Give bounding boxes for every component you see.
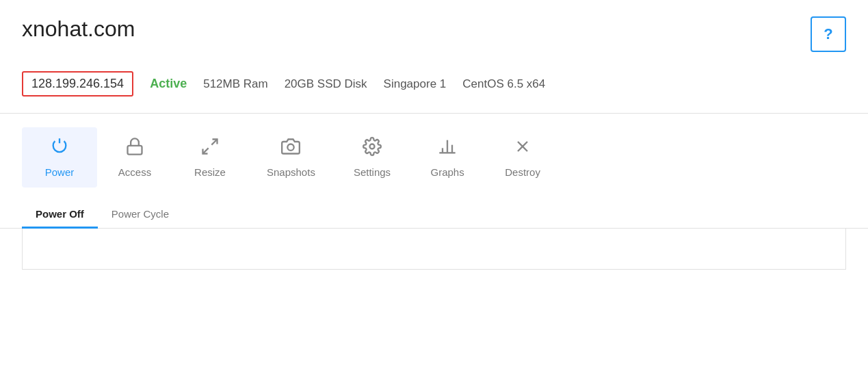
power-label: Power (45, 166, 75, 178)
destroy-label: Destroy (505, 166, 540, 178)
help-button[interactable]: ? (811, 16, 846, 52)
nav-tab-settings[interactable]: Settings (334, 127, 410, 188)
svg-line-1 (211, 140, 217, 145)
nav-tabs: PowerAccessResizeSnapshotsSettingsGraphs… (0, 119, 868, 188)
page-title: xnohat.com (22, 16, 135, 42)
region-info: Singapore 1 (384, 77, 447, 91)
nav-tab-power[interactable]: Power (22, 127, 97, 188)
os-info: CentOS 6.5 x64 (462, 77, 545, 91)
svg-line-2 (203, 148, 209, 153)
nav-tab-graphs[interactable]: Graphs (410, 127, 485, 188)
svg-rect-0 (128, 146, 142, 155)
subtab-power-off[interactable]: Power Off (22, 201, 98, 229)
resize-label: Resize (194, 166, 226, 178)
nav-tab-access[interactable]: Access (97, 127, 172, 188)
content-area (22, 229, 846, 270)
destroy-icon (513, 137, 532, 161)
ip-address: 128.199.246.154 (22, 71, 133, 96)
disk-info: 20GB SSD Disk (285, 77, 367, 91)
settings-icon (363, 137, 382, 161)
nav-tab-destroy[interactable]: Destroy (485, 127, 560, 188)
server-info-bar: 128.199.246.154 Active 512MB Ram 20GB SS… (0, 63, 868, 107)
access-icon (125, 137, 144, 161)
snapshots-icon (281, 137, 300, 161)
ram-info: 512MB Ram (203, 77, 267, 91)
nav-tab-snapshots[interactable]: Snapshots (248, 127, 334, 188)
settings-label: Settings (354, 166, 391, 178)
page-header: xnohat.com ? (0, 0, 868, 63)
graphs-label: Graphs (430, 166, 464, 178)
divider (0, 113, 868, 114)
graphs-icon (438, 137, 457, 161)
svg-point-3 (288, 144, 294, 151)
svg-point-4 (369, 144, 374, 149)
access-label: Access (118, 166, 151, 178)
nav-tab-resize[interactable]: Resize (172, 127, 248, 188)
snapshots-label: Snapshots (267, 166, 315, 178)
power-icon (50, 137, 69, 161)
subtab-power-cycle[interactable]: Power Cycle (98, 201, 183, 229)
status-badge: Active (150, 77, 187, 91)
subtabs-bar: Power OffPower Cycle (0, 188, 868, 229)
resize-icon (200, 137, 220, 161)
